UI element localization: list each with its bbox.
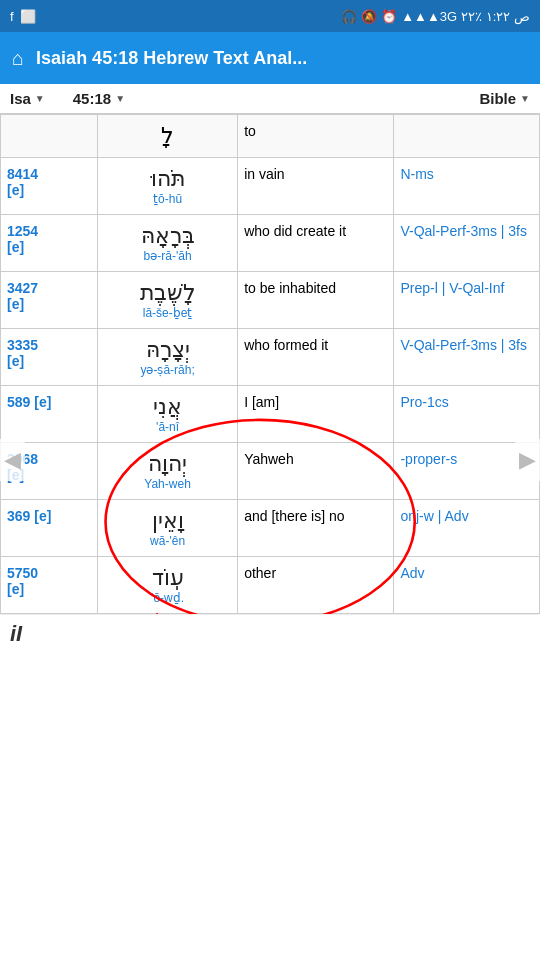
status-bar: f ⬜ 🎧 🔕 ⏰ ▲▲▲3G ۲۲٪ ص ۱:۲۲	[0, 0, 540, 32]
hebrew-word: יְהוָה	[104, 451, 231, 477]
battery-text: ۲۲٪ ص ۱:۲۲	[461, 9, 530, 24]
grammar-code: Pro-1cs	[400, 394, 448, 410]
table-row: 3335[e] יְצָרָהּ yə-ṣā-rāh; who formed i…	[1, 329, 540, 386]
strongs-number: 3427	[7, 280, 38, 296]
hebrew-word: יְצָרָהּ	[104, 337, 231, 363]
strongs-cell[interactable]: 1254[e]	[1, 215, 98, 272]
hebrew-word: תֹּהוּ	[104, 166, 231, 192]
strongs-ref: [e]	[7, 239, 24, 255]
bottom-label: iI	[10, 621, 22, 647]
grammar-cell: Pro-1cs	[394, 386, 540, 443]
facebook-icon: f	[10, 9, 14, 24]
english-cell: and [there is] no	[238, 500, 394, 557]
book-selector[interactable]: Isa ▼	[10, 90, 45, 107]
english-cell: to be inhabited	[238, 272, 394, 329]
grammar-code: V-Qal-Perf-3ms | 3fs	[400, 337, 527, 353]
strongs-number: 1254	[7, 223, 38, 239]
transliteration: 'ă-nî	[104, 420, 231, 434]
hebrew-word: בְּרָאָהּ	[104, 223, 231, 249]
grammar-code: -proper-s	[400, 451, 457, 467]
home-icon[interactable]: ⌂	[12, 47, 24, 70]
grammar-code: onj-w | Adv	[400, 508, 468, 524]
transliteration: yə-ṣā-rāh;	[104, 363, 231, 377]
strongs-number: 3335	[7, 337, 38, 353]
book-label: Isa	[10, 90, 31, 107]
hebrew-cell: לָ	[98, 115, 238, 158]
strongs-number: 589 [e]	[7, 394, 51, 410]
grammar-cell: V-Qal-Perf-3ms | 3fs	[394, 329, 540, 386]
hebrew-cell: אֲנִי 'ă-nî	[98, 386, 238, 443]
hebrew-cell: יְצָרָהּ yə-ṣā-rāh;	[98, 329, 238, 386]
english-cell: I [am]	[238, 386, 394, 443]
hebrew-word: עֽוֹד	[104, 565, 231, 591]
app-header: ⌂ Isaiah 45:18 Hebrew Text Anal...	[0, 32, 540, 84]
strongs-ref: [e]	[7, 581, 24, 597]
table-row-highlighted: 3068[e] יְהוָה Yah-weh Yahweh -proper-s	[1, 443, 540, 500]
page-title: Isaiah 45:18 Hebrew Text Anal...	[36, 48, 528, 69]
grammar-cell: Prep-l | V-Qal-Inf	[394, 272, 540, 329]
selector-row: Isa ▼ 45:18 ▼ Bible ▼	[0, 84, 540, 114]
strongs-cell[interactable]: 8414[e]	[1, 158, 98, 215]
signal-text: ▲▲▲3G	[401, 9, 457, 24]
english-cell: in vain	[238, 158, 394, 215]
hebrew-cell: תֹּהוּ ṯō-hū	[98, 158, 238, 215]
strongs-number: 5750	[7, 565, 38, 581]
nav-left-arrow[interactable]: ◀	[0, 439, 25, 481]
table-row-highlighted: 589 [e] אֲנִי 'ă-nî I [am] Pro-1cs	[1, 386, 540, 443]
transliteration: lā-še-ḇeṯ	[104, 306, 231, 320]
table-row: 8414[e] תֹּהוּ ṯō-hū in vain N-ms	[1, 158, 540, 215]
bottom-label-row: iI	[0, 614, 540, 653]
transliteration: bə-rā-'āh	[104, 249, 231, 263]
chapter-selector[interactable]: 45:18 ▼	[73, 90, 125, 107]
grammar-code: N-ms	[400, 166, 433, 182]
hebrew-cell: יְהוָה Yah-weh	[98, 443, 238, 500]
table-row: 3427[e] לָשֶׁבֶת lā-še-ḇeṯ to be inhabit…	[1, 272, 540, 329]
strongs-cell[interactable]: 589 [e]	[1, 386, 98, 443]
hebrew-cell: וָאֵין wā-'ên	[98, 500, 238, 557]
transliteration: wā-'ên	[104, 534, 231, 548]
book-dropdown-arrow: ▼	[35, 93, 45, 104]
hebrew-word: לָשֶׁבֶת	[104, 280, 231, 306]
hebrew-cell: בְּרָאָהּ bə-rā-'āh	[98, 215, 238, 272]
grammar-code: Prep-l | V-Qal-Inf	[400, 280, 504, 296]
table-row-highlighted: 369 [e] וָאֵין wā-'ên and [there is] no …	[1, 500, 540, 557]
strongs-cell[interactable]: 5750[e]	[1, 557, 98, 614]
screen-icon: ⬜	[20, 9, 36, 24]
mute-icon: 🔕	[361, 9, 377, 24]
hebrew-word: וָאֵין	[104, 508, 231, 534]
grammar-cell	[394, 115, 540, 158]
hebrew-cell: עֽוֹד 'ō-wḏ.	[98, 557, 238, 614]
hebrew-cell: לָשֶׁבֶת lā-še-ḇeṯ	[98, 272, 238, 329]
grammar-code: Adv	[400, 565, 424, 581]
hebrew-analysis-table: לָ to 8414[e] תֹּהוּ ṯō-hū in vain N-ms …	[0, 114, 540, 614]
strongs-cell	[1, 115, 98, 158]
version-dropdown-arrow: ▼	[520, 93, 530, 104]
transliteration: ṯō-hū	[104, 192, 231, 206]
table-row: 1254[e] בְּרָאָהּ bə-rā-'āh who did crea…	[1, 215, 540, 272]
nav-right-arrow[interactable]: ▶	[515, 439, 540, 481]
version-label: Bible	[479, 90, 516, 107]
grammar-cell: Adv	[394, 557, 540, 614]
hebrew-table-wrapper: לָ to 8414[e] תֹּהוּ ṯō-hū in vain N-ms …	[0, 114, 540, 614]
strongs-number: 369 [e]	[7, 508, 51, 524]
strongs-cell[interactable]: 3335[e]	[1, 329, 98, 386]
status-left-icons: f ⬜	[10, 9, 36, 24]
grammar-code: V-Qal-Perf-3ms | 3fs	[400, 223, 527, 239]
transliteration: Yah-weh	[104, 477, 231, 491]
strongs-cell[interactable]: 3427[e]	[1, 272, 98, 329]
strongs-ref: [e]	[7, 296, 24, 312]
grammar-cell: N-ms	[394, 158, 540, 215]
status-right-info: 🎧 🔕 ⏰ ▲▲▲3G ۲۲٪ ص ۱:۲۲	[341, 9, 530, 24]
chapter-dropdown-arrow: ▼	[115, 93, 125, 104]
transliteration: 'ō-wḏ.	[104, 591, 231, 605]
strongs-ref: [e]	[7, 182, 24, 198]
english-cell: who formed it	[238, 329, 394, 386]
english-cell: to	[238, 115, 394, 158]
version-selector[interactable]: Bible ▼	[479, 90, 530, 107]
strongs-cell[interactable]: 369 [e]	[1, 500, 98, 557]
strongs-ref: [e]	[7, 353, 24, 369]
clock-icon: ⏰	[381, 9, 397, 24]
headphone-icon: 🎧	[341, 9, 357, 24]
grammar-cell: onj-w | Adv	[394, 500, 540, 557]
table-row: 5750[e] עֽוֹד 'ō-wḏ. other Adv	[1, 557, 540, 614]
